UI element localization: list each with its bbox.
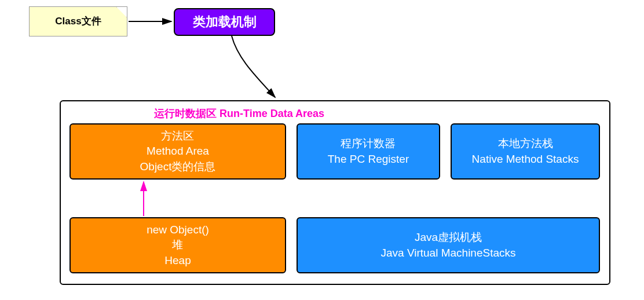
heap-line3: Heap xyxy=(147,253,209,269)
container-title-text: 运行时数据区 Run-Time Data Areas xyxy=(154,108,324,119)
class-loading-box: 类加载机制 xyxy=(174,8,275,36)
pc-register-line1: 程序计数器 xyxy=(328,136,409,152)
heap-box: new Object() 堆 Heap xyxy=(69,217,286,273)
heap-line1: new Object() xyxy=(147,222,209,238)
arrow-classloading-to-runtime xyxy=(232,36,275,97)
method-area-line3: Object类的信息 xyxy=(140,159,216,175)
class-file-note: Class文件 xyxy=(29,6,127,36)
pc-register-line2: The PC Register xyxy=(328,152,409,167)
method-area-line1: 方法区 xyxy=(140,129,216,144)
jvm-stacks-line1: Java虚拟机栈 xyxy=(380,230,515,246)
method-area-box: 方法区 Method Area Object类的信息 xyxy=(69,123,286,180)
jvm-stacks-box: Java虚拟机栈 Java Virtual MachineStacks xyxy=(297,217,600,273)
native-stacks-line2: Native Method Stacks xyxy=(472,152,579,167)
native-stacks-box: 本地方法栈 Native Method Stacks xyxy=(451,123,600,180)
method-area-line2: Method Area xyxy=(140,144,216,159)
heap-line2: 堆 xyxy=(147,237,209,253)
note-fold-icon xyxy=(116,7,127,17)
runtime-data-areas-title: 运行时数据区 Run-Time Data Areas xyxy=(154,107,324,120)
pc-register-box: 程序计数器 The PC Register xyxy=(297,123,440,180)
class-file-label: Class文件 xyxy=(55,14,101,28)
class-loading-label: 类加载机制 xyxy=(193,13,257,31)
jvm-stacks-line2: Java Virtual MachineStacks xyxy=(380,246,515,261)
native-stacks-line1: 本地方法栈 xyxy=(472,136,579,152)
